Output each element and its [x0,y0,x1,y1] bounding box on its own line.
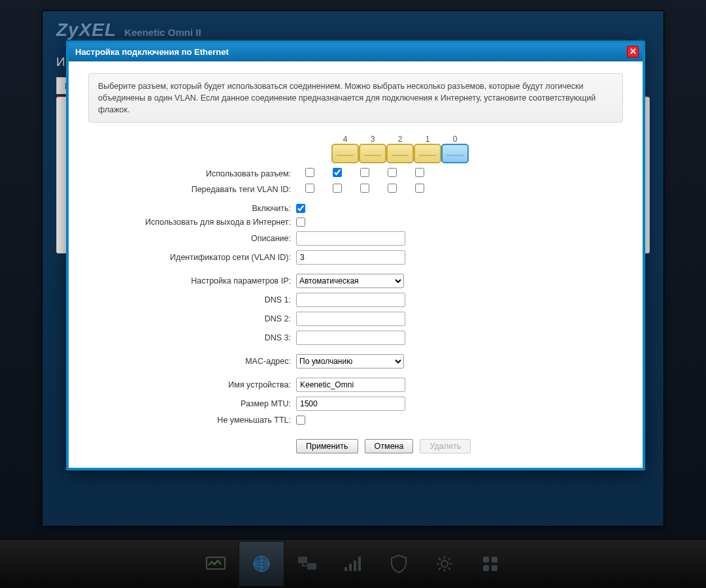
label-dns2: DNS 2: [88,314,296,323]
modal-intro-text: Выберите разъем, который будет использов… [88,73,623,123]
ethernet-port-icon [414,144,441,163]
dock-shield-icon[interactable] [376,541,422,587]
device-name-input[interactable] [296,378,405,392]
label-dns1: DNS 1: [88,295,296,304]
ttl-checkbox[interactable] [296,416,305,425]
svg-rect-3 [298,557,307,563]
dns1-input[interactable] [296,293,405,307]
mtu-input[interactable] [296,397,405,411]
label-dns3: DNS 3: [88,333,296,342]
svg-rect-6 [349,564,352,571]
svg-rect-7 [354,561,356,571]
port-label-3: 3 [359,135,386,144]
mac-select[interactable]: По умолчанию [296,354,404,368]
label-description: Описание: [88,234,296,243]
label-ip-mode: Настройка параметров IP: [88,276,296,286]
modal-titlebar: Настройка подключения по Ethernet ✕ [69,43,643,61]
use-port-1-checkbox[interactable] [388,168,397,177]
use-port-3-checkbox[interactable] [333,168,342,177]
dns3-input[interactable] [296,331,405,345]
cancel-button[interactable]: Отмена [365,439,414,453]
label-ttl: Не уменьшать TTL: [88,416,296,425]
ethernet-port-icon [331,144,359,163]
label-mtu: Размер MTU: [88,399,296,408]
use-internet-checkbox[interactable] [296,218,305,227]
use-port-0-checkbox[interactable] [415,168,424,177]
svg-rect-10 [483,557,489,563]
vlan-tag-1-checkbox[interactable] [388,184,397,193]
vlan-tag-3-checkbox[interactable] [333,184,342,193]
port-label-0: 0 [441,135,469,144]
label-vlan-tag: Передавать теги VLAN ID: [88,185,296,194]
use-port-4-checkbox[interactable] [305,168,314,177]
port-label-1: 1 [414,135,441,144]
modal-title-text: Настройка подключения по Ethernet [75,47,229,57]
use-port-checkbox-row [296,168,433,179]
dock-signal-icon[interactable] [330,541,376,587]
apply-button[interactable]: Применить [296,439,358,453]
vlan-tag-0-checkbox[interactable] [415,184,424,193]
svg-rect-13 [492,565,497,571]
description-input[interactable] [296,231,405,246]
ip-mode-select[interactable]: Автоматическая [296,274,404,288]
vlan-tag-checkbox-row [296,184,433,195]
port-label-2: 2 [386,135,414,144]
label-vlan-id: Идентификатор сети (VLAN ID): [88,253,296,262]
ports-selector: 4 3 2 1 0 [215,135,496,163]
dock-network-icon[interactable] [284,541,330,587]
dock-gear-icon[interactable] [422,541,467,587]
vlan-id-input[interactable] [296,250,405,265]
dock-globe-icon[interactable] [239,541,284,587]
label-enable: Включить: [88,204,296,213]
svg-point-9 [441,561,448,567]
svg-rect-8 [358,557,361,571]
modal-close-button[interactable]: ✕ [627,46,639,57]
ethernet-port-icon [441,144,469,163]
ethernet-connection-modal: Настройка подключения по Ethernet ✕ Выбе… [66,41,645,470]
dock-apps-icon[interactable] [467,541,513,587]
svg-rect-11 [492,557,497,563]
port-label-4: 4 [331,135,359,144]
label-use-port: Использовать разъем: [88,169,296,178]
bottom-dock [0,539,706,588]
label-use-internet: Использовать для выхода в Интернет: [88,218,296,227]
delete-button: Удалить [420,439,471,453]
ethernet-port-icon [386,144,414,163]
label-device-name: Имя устройства: [88,380,296,389]
dns2-input[interactable] [296,312,405,326]
vlan-tag-4-checkbox[interactable] [305,184,314,193]
enable-checkbox[interactable] [296,204,305,213]
ethernet-port-icon [359,144,386,163]
svg-rect-5 [345,567,347,571]
dock-monitor-icon[interactable] [193,541,239,587]
label-mac: MAC-адрес: [88,357,296,366]
svg-rect-12 [483,565,489,571]
use-port-2-checkbox[interactable] [360,168,369,177]
vlan-tag-2-checkbox[interactable] [360,184,369,193]
